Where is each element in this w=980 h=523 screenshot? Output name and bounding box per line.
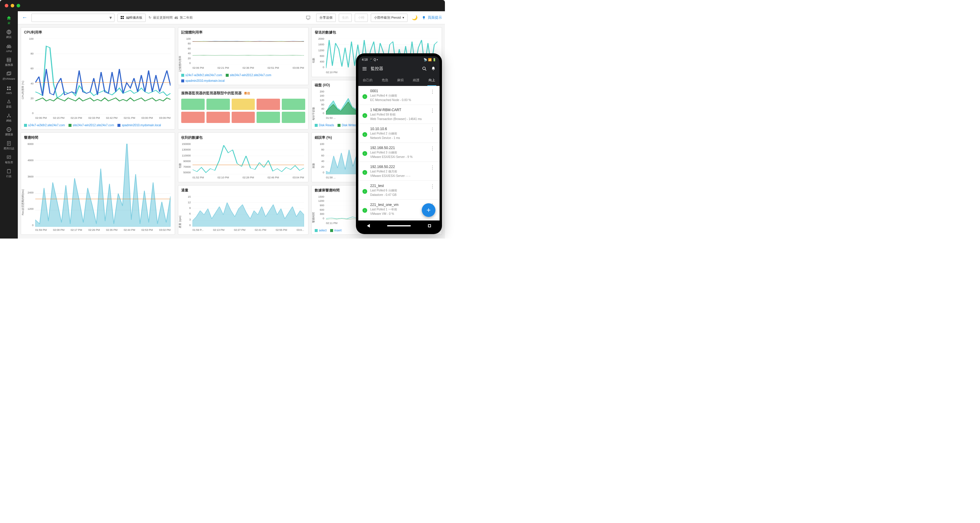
tab-own[interactable]: 自己的 xyxy=(361,75,374,86)
monitor-status-box[interactable] xyxy=(181,99,205,110)
nav-web[interactable]: 網頁 xyxy=(0,28,18,41)
nav-aws[interactable]: AWS xyxy=(0,83,18,97)
panel-title: 記憶體利用率 xyxy=(178,28,308,36)
back-button[interactable]: ← xyxy=(21,14,29,21)
chevron-down-icon: ▾ xyxy=(110,15,112,21)
panel-monitors: 服務器監視器的監視器類型中的監視器 最佳 xyxy=(178,88,309,130)
tab-trouble[interactable]: 麻煩 xyxy=(396,75,405,86)
nav-applog[interactable]: 應用日誌 xyxy=(0,139,18,152)
status-up-icon xyxy=(363,132,367,137)
panel-title: 通量 xyxy=(178,185,308,194)
monitor-status-box[interactable] xyxy=(207,99,230,110)
maximize-window-button[interactable] xyxy=(17,4,20,7)
response-chart[interactable]: Res波涅恩斯的時(ms)01200240036004800600001:59 … xyxy=(24,143,172,232)
svg-rect-8 xyxy=(7,87,9,88)
nav-servers[interactable]: 服務器 xyxy=(0,55,18,69)
svg-point-78 xyxy=(423,67,425,70)
monitor-status-box[interactable] xyxy=(232,99,255,110)
nav-home[interactable] xyxy=(387,225,411,227)
phone-nav-bar xyxy=(358,220,439,231)
tab-maintenance[interactable]: 維護 xyxy=(412,75,421,86)
throughput-chart[interactable]: 產量 (rpm)0369121501:59 P...02:13 PM02:27 … xyxy=(181,195,305,232)
monitor-detail: Datastore - 0.47 GB xyxy=(370,193,426,197)
close-window-button[interactable] xyxy=(5,4,8,7)
home-icon xyxy=(6,16,11,21)
monitor-status-grid xyxy=(178,97,308,126)
phone-list-item[interactable]: 0001 Last Polled 4 分鐘前 EC Memcached Node… xyxy=(358,86,439,105)
nav-apm[interactable]: APM xyxy=(0,41,18,55)
hour-button[interactable]: 小時 xyxy=(355,14,368,22)
item-menu-icon[interactable]: ⋮ xyxy=(430,146,436,158)
globe-icon xyxy=(6,29,11,35)
tab-urgent[interactable]: 危急 xyxy=(380,75,390,86)
nav-vmware[interactable]: 的VMware xyxy=(0,69,18,83)
page-tip-link[interactable]: 頁面提示 xyxy=(422,15,442,20)
dark-mode-toggle[interactable]: 🌙 xyxy=(410,14,419,22)
memory-chart[interactable]: 記憶體利用率02040608010002:06 PM02:21 PM02:36 … xyxy=(181,37,305,70)
widget-period-select[interactable]: 小部件級別 Peroid▾ xyxy=(371,14,407,22)
minimize-window-button[interactable] xyxy=(11,4,14,7)
phone-list-item[interactable]: 192.168.50.221 Last Polled 3 分鐘前 VMware … xyxy=(358,143,439,162)
monitor-detail: Network Device - 1 ms xyxy=(370,136,426,139)
memory-legend: s24x7-w2k8r2.site24x7.com site24x7-win20… xyxy=(178,72,308,85)
monitor-status-box[interactable] xyxy=(256,112,280,123)
monitor-status-box[interactable] xyxy=(207,112,230,123)
svg-rect-10 xyxy=(7,89,9,90)
fullscreen-button[interactable] xyxy=(303,14,313,22)
status-up-icon xyxy=(363,94,367,99)
edit-dashboard-button[interactable]: 編輯儀表板 xyxy=(118,14,146,22)
grid-icon xyxy=(6,86,11,91)
dashboard-selector[interactable]: ▾ xyxy=(32,14,115,22)
monitor-status-box[interactable] xyxy=(282,112,305,123)
phone-tabs: 自己的 危急 麻煩 維護 向上 xyxy=(358,74,439,86)
monitor-detail: EC Memcached Node - 0.83 % xyxy=(370,98,426,101)
svg-rect-20 xyxy=(123,16,124,17)
nav-admin[interactable]: 行政 xyxy=(0,167,18,180)
monitor-name: 221_test_one_vm xyxy=(370,203,426,207)
menu-icon[interactable] xyxy=(362,66,367,71)
item-menu-icon[interactable]: ⋮ xyxy=(430,165,436,178)
cpu-chart[interactable]: CPU利用率 (%) 02040608010002:06 PM02:15 PM0… xyxy=(24,37,172,120)
item-menu-icon[interactable]: ⋮ xyxy=(430,108,436,120)
azure-icon xyxy=(6,99,11,104)
nav-report[interactable]: 報告書 xyxy=(0,153,18,166)
search-icon[interactable] xyxy=(422,66,427,71)
nav-recent[interactable] xyxy=(428,224,431,227)
phone-monitor-list[interactable]: 0001 Last Polled 4 分鐘前 EC Memcached Node… xyxy=(358,86,439,220)
panel-recv-packets: 收到的數據包 包數5000070000900001100001300001500… xyxy=(178,132,309,182)
phone-header-title: 監控器 xyxy=(371,66,418,71)
nav-azure[interactable]: 蔚藍 xyxy=(0,97,18,111)
refresh-info[interactable]: ↻ 最近更新時間 45 第二年前 xyxy=(149,16,193,20)
phone-list-item[interactable]: 192.168.50.222 Last Polled 2 個月前 VMware … xyxy=(358,162,439,181)
monitor-status-box[interactable] xyxy=(256,99,280,110)
monitor-name: 1 NEW-RBM-CART xyxy=(370,108,426,112)
monitor-status-box[interactable] xyxy=(232,112,255,123)
panel-cpu: CPU利用率 CPU利用率 (%) 02040608010002:06 PM02… xyxy=(21,27,175,130)
phone-list-item[interactable]: 10.10.10.6 Last Polled 2 分鐘前 Network Dev… xyxy=(358,124,439,143)
bell-icon[interactable] xyxy=(431,66,436,71)
report-icon xyxy=(6,155,11,160)
panel-title: CPU利用率 xyxy=(21,28,175,36)
share-button[interactable]: 分享這個 xyxy=(316,14,336,22)
fab-add-button[interactable]: + xyxy=(422,203,436,217)
phone-list-item[interactable]: 221_test Last Polled 6 分鐘前 Datastore - 0… xyxy=(358,181,439,200)
admin-icon xyxy=(6,169,11,174)
nav-network[interactable]: 網絡 xyxy=(0,111,18,124)
tab-up[interactable]: 向上 xyxy=(427,75,436,86)
item-menu-icon[interactable]: ⋮ xyxy=(430,127,436,139)
svg-rect-7 xyxy=(8,72,11,74)
nav-back[interactable] xyxy=(367,224,370,228)
nav-browser[interactable]: 瀏覽器 xyxy=(0,125,18,138)
phone-list-item[interactable]: 1 NEW-RBM-CART Last Polled 59 秒前 Web Tra… xyxy=(358,105,439,124)
raw-button[interactable]: 生的 xyxy=(339,14,352,22)
lightbulb-icon xyxy=(422,16,426,20)
recv-chart[interactable]: 包數50000700009000011000013000015000001:52… xyxy=(181,143,305,179)
nav-home[interactable]: 家 xyxy=(0,14,18,27)
item-menu-icon[interactable]: ⋮ xyxy=(430,184,436,197)
mobile-device-overlay: 4:18 📱 Q • 📡 📶 🔋 監控器 自己的 危急 麻煩 維護 向上 000… xyxy=(356,53,442,234)
monitor-detail: VMware ESX/ESXi Server - - - xyxy=(370,174,426,178)
item-menu-icon[interactable]: ⋮ xyxy=(430,89,436,101)
monitor-status-box[interactable] xyxy=(181,112,205,123)
panel-title: 發送的數據包 xyxy=(312,28,442,36)
monitor-status-box[interactable] xyxy=(282,99,305,110)
